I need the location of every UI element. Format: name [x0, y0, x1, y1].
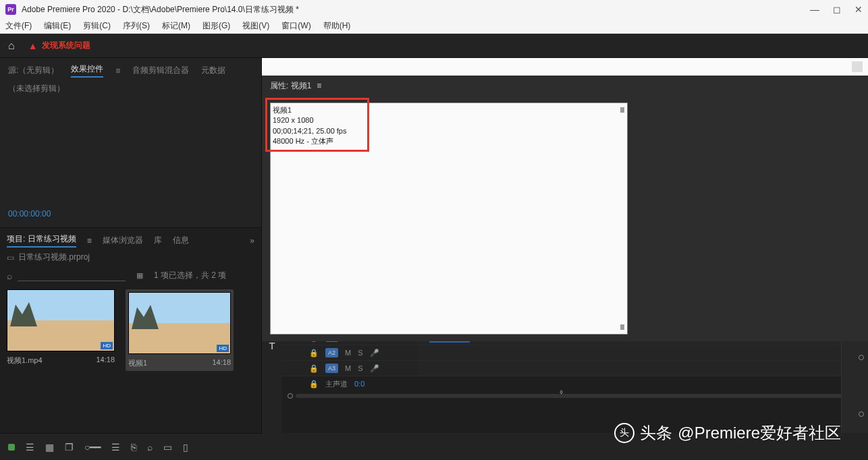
window-title: Adobe Premiere Pro 2020 - D:\文档\Adobe\Pr…	[22, 4, 810, 16]
master-track[interactable]: 🔒 主声道 0:0 ⬨	[282, 376, 868, 391]
home-icon[interactable]: ⌂	[8, 40, 15, 52]
audio-track[interactable]: 🔒 A3 M S 🎤	[282, 361, 868, 376]
watermark-text: @Premiere爱好者社区	[678, 422, 841, 444]
menu-edit[interactable]: 编辑(E)	[44, 20, 71, 32]
lock-icon[interactable]: 🔒	[309, 364, 319, 373]
maximize-button[interactable]: ◻	[833, 4, 841, 15]
tab-metadata[interactable]: 元数据	[201, 65, 225, 76]
source-panel: 源:（无剪辑） 效果控件 ≡ 音频剪辑混合器 元数据 （未选择剪辑） 00:00…	[0, 58, 261, 228]
dialog-titlebar[interactable]	[262, 58, 868, 76]
meter-handle[interactable]	[859, 411, 864, 417]
dialog-close-icon[interactable]	[852, 61, 863, 72]
track-label[interactable]: A3	[325, 364, 338, 373]
timeline-scrollbar[interactable]	[282, 391, 868, 401]
scroll-up-icon[interactable]	[620, 107, 624, 113]
search-input[interactable]	[18, 270, 126, 281]
new-bin-icon[interactable]: ▭	[163, 442, 172, 453]
source-noclip-label: （未选择剪辑）	[8, 83, 253, 94]
search-icon[interactable]: ⌕	[7, 270, 12, 281]
type-tool-icon[interactable]: T	[269, 340, 275, 351]
solo-toggle[interactable]: S	[358, 364, 362, 372]
track-label[interactable]: A2	[325, 348, 338, 357]
menu-marker[interactable]: 标记(M)	[162, 20, 190, 32]
menu-sequence[interactable]: 序列(S)	[123, 20, 150, 32]
clip-thumbnail: HD	[7, 289, 115, 351]
clip-duration: 14:18	[96, 355, 115, 366]
properties-tab[interactable]: 属性: 视频1	[270, 80, 311, 92]
menu-bar: 文件(F) 编辑(E) 剪辑(C) 序列(S) 标记(M) 图形(G) 视图(V…	[0, 19, 868, 34]
find-icon[interactable]: ⌕	[147, 442, 153, 453]
clip-name: 视频1	[128, 358, 147, 368]
panel-menu-icon[interactable]: ≡	[87, 236, 92, 246]
zoom-slider-icon[interactable]: ○━━	[84, 442, 101, 453]
properties-dialog: 属性: 视频1 ≡ 视频1 1920 x 1080 00;00;14;21, 2…	[262, 58, 868, 341]
clip-properties-box: 视频1 1920 x 1080 00;00;14;21, 25.00 fps 4…	[265, 98, 369, 152]
properties-preview: 视频1 1920 x 1080 00;00;14;21, 25.00 fps 4…	[270, 103, 628, 335]
menu-file[interactable]: 文件(F)	[5, 20, 32, 32]
tab-media-browser[interactable]: 媒体浏览器	[103, 235, 143, 246]
sort-icon[interactable]: ☰	[111, 442, 120, 453]
mute-toggle[interactable]: M	[345, 349, 351, 357]
tab-libraries[interactable]: 库	[154, 235, 162, 246]
project-panel: 项目: 日常练习视频 ≡ 媒体浏览器 库 信息 » ▭ 日常练习视频.prpro…	[0, 228, 261, 433]
clip-name: 视频1.mp4	[7, 355, 43, 366]
menu-view[interactable]: 视图(V)	[242, 20, 269, 32]
audio-track[interactable]: 🔒 A2 M S 🎤	[282, 345, 868, 361]
warning-text: 发现系统问题	[42, 40, 90, 51]
project-toolbar: ☰ ▦ ❐ ○━━ ☰ ⎘ ⌕ ▭ ▯	[0, 433, 262, 460]
mic-icon[interactable]: 🎤	[370, 364, 379, 373]
tab-project[interactable]: 项目: 日常练习视频	[7, 233, 76, 248]
system-warning[interactable]: ▲ 发现系统问题	[28, 40, 90, 51]
solo-toggle[interactable]: S	[358, 349, 362, 357]
watermark-prefix: 头条	[640, 422, 672, 444]
view-mode-icon[interactable]: ▦	[136, 271, 143, 280]
format-badge: HD	[217, 345, 229, 352]
icon-view-icon[interactable]: ▦	[45, 442, 54, 453]
close-button[interactable]: ✕	[855, 4, 863, 15]
project-item[interactable]: HD 视频1 14:18	[126, 289, 234, 371]
master-label: 主声道	[325, 379, 348, 389]
mute-toggle[interactable]: M	[345, 364, 351, 372]
lock-icon[interactable]: 🔒	[309, 349, 319, 357]
tab-effect-controls[interactable]: 效果控件	[71, 63, 103, 78]
freeform-view-icon[interactable]: ❐	[65, 442, 74, 453]
prop-name: 视频1	[273, 105, 362, 115]
tab-audio-mixer[interactable]: 音频剪辑混合器	[132, 65, 189, 76]
menu-clip[interactable]: 剪辑(C)	[83, 20, 111, 32]
scroll-handle-left[interactable]	[288, 393, 293, 399]
warning-icon: ▲	[28, 40, 38, 51]
mic-icon[interactable]: 🎤	[370, 349, 379, 357]
scroll-track[interactable]	[296, 394, 855, 398]
clip-duration: 14:18	[212, 358, 231, 368]
format-badge: HD	[101, 342, 113, 349]
delete-icon[interactable]: ▯	[183, 442, 188, 453]
minimize-button[interactable]: —	[810, 4, 819, 15]
panel-menu-icon[interactable]: ≡	[317, 81, 321, 90]
project-file-icon: ▭	[7, 253, 14, 262]
tab-info[interactable]: 信息	[173, 235, 189, 246]
new-item-icon[interactable]	[8, 444, 15, 451]
prop-resolution: 1920 x 1080	[273, 115, 362, 125]
panel-overflow-icon[interactable]: »	[250, 236, 254, 246]
project-item[interactable]: HD 视频1.mp4 14:18	[7, 289, 115, 371]
watermark-icon: 头	[614, 423, 634, 443]
panel-menu-icon[interactable]: ≡	[115, 66, 120, 76]
tab-source-none[interactable]: 源:（无剪辑）	[8, 65, 59, 76]
marker-icon[interactable]: ⬨	[559, 386, 564, 396]
prop-audio: 48000 Hz - 立体声	[273, 136, 362, 146]
source-timecode[interactable]: 00:00:00:00	[8, 209, 253, 219]
list-view-icon[interactable]: ☰	[26, 442, 34, 453]
menu-window[interactable]: 窗口(W)	[281, 20, 310, 32]
automate-icon[interactable]: ⎘	[131, 442, 136, 453]
master-timecode: 0:0	[354, 380, 364, 388]
menu-graphics[interactable]: 图形(G)	[202, 20, 230, 32]
scroll-down-icon[interactable]	[620, 324, 624, 330]
workspace-bar: ⌂ ▲ 发现系统问题	[0, 34, 868, 58]
lock-icon[interactable]: 🔒	[309, 380, 319, 389]
prop-duration-fps: 00;00;14;21, 25.00 fps	[273, 126, 362, 136]
app-icon: Pr	[5, 4, 16, 15]
title-bar: Pr Adobe Premiere Pro 2020 - D:\文档\Adobe…	[0, 0, 868, 19]
project-filename: 日常练习视频.prproj	[18, 252, 90, 263]
menu-help[interactable]: 帮助(H)	[323, 20, 351, 32]
meter-handle[interactable]	[859, 355, 864, 360]
